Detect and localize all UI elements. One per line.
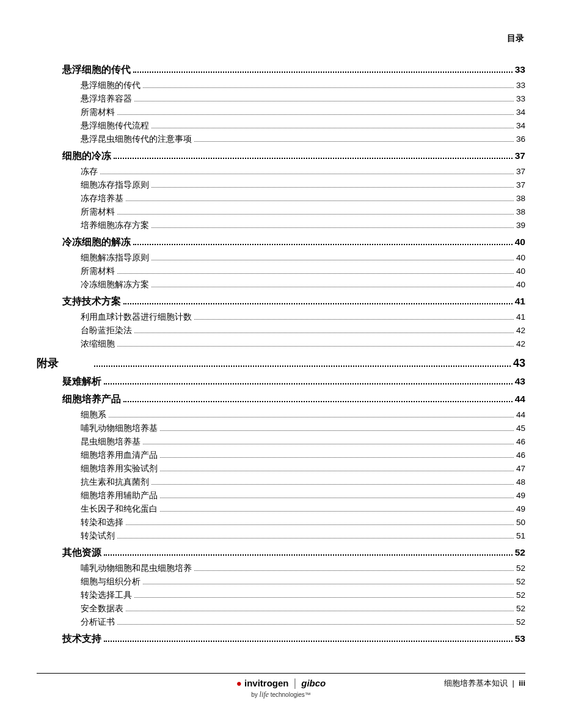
toc-entry-label: 细胞培养用辅助产品 [81,490,158,501]
toc-entry-page: 37 [516,180,525,189]
toc-entry: 分析证书52 [81,617,525,628]
toc-entry: 细胞冻存指导原则37 [81,180,525,191]
toc-leader-dots [151,123,514,128]
toc-entry-page: 52 [516,564,525,573]
toc-entry-label: 培养细胞冻存方案 [81,220,149,231]
toc-entry-label: 细胞系 [81,410,106,421]
toc-entry: 培养细胞冻存方案39 [81,220,525,231]
toc-entry-label: 附录 [37,356,92,370]
toc-entry-page: 40 [516,280,525,289]
toc-entry-page: 40 [516,267,525,276]
toc-entry-page: 41 [515,296,525,307]
toc-entry-page: 52 [516,590,525,600]
toc-entry: 其他资源52 [62,546,525,559]
toc-entry: 转染选择工具52 [81,590,525,601]
toc-leader-dots [126,606,514,611]
toc-leader-dots [143,579,514,584]
toc-entry-page: 41 [516,312,525,322]
toc-leader-dots [194,314,514,320]
toc-leader-dots [151,479,514,485]
header-section-label: 目录 [37,33,525,44]
toc-leader-dots [160,506,514,512]
toc-entry-page: 51 [516,531,525,540]
toc-leader-dots [160,466,514,471]
toc-leader-dots [117,209,514,215]
toc-entry: 疑难解析43 [62,375,525,388]
toc-entry-page: 34 [516,108,525,117]
toc-entry-label: 转染选择工具 [81,590,132,601]
toc-entry-label: 哺乳动物细胞和昆虫细胞培养 [81,563,192,574]
toc-entry-page: 45 [516,424,525,433]
toc-entry: 支持技术方案41 [62,295,525,308]
table-of-contents: 悬浮细胞的传代33悬浮细胞的传代33悬浮培养容器33所需材料34悬浮细胞传代流程… [62,64,525,645]
toc-entry: 利用血球计数器进行细胞计数41 [81,312,525,323]
footer-page-info: 细胞培养基本知识 | iii [444,677,525,688]
toc-entry: 冷冻细胞解冻方案40 [81,279,525,290]
toc-entry-page: 38 [516,194,525,203]
toc-leader-dots [117,268,514,274]
toc-entry-page: 40 [515,237,525,248]
toc-entry-label: 细胞解冻指导原则 [81,252,149,263]
toc-leader-dots [94,359,511,367]
toc-leader-dots [194,136,514,142]
toc-leader-dots [133,238,513,245]
toc-entry: 细胞培养用实验试剂47 [81,463,525,474]
toc-entry-label: 其他资源 [62,546,101,559]
toc-leader-dots [117,619,514,625]
toc-entry-label: 台盼蓝拒染法 [81,325,132,336]
toc-entry-page: 33 [515,64,525,75]
toc-leader-dots [143,83,514,88]
toc-entry: 细胞系44 [81,410,525,421]
toc-entry-label: 细胞与组织分析 [81,576,140,587]
brand-gibco: gibco [301,678,326,689]
toc-entry: 生长因子和纯化蛋白49 [81,504,525,515]
toc-entry: 细胞的冷冻37 [62,150,525,163]
toc-leader-dots [134,328,514,333]
toc-entry: 所需材料34 [81,107,525,118]
toc-entry: 转染和选择50 [81,517,525,528]
toc-entry-page: 36 [516,134,525,144]
toc-leader-dots [123,395,513,402]
toc-entry-page: 44 [516,410,525,419]
toc-entry-page: 50 [516,518,525,527]
toc-entry-page: 42 [516,326,525,335]
toc-entry-label: 抗生素和抗真菌剂 [81,477,149,488]
toc-entry-page: 49 [516,491,525,500]
toc-leader-dots [109,412,514,417]
toc-entry: 细胞培养用血清产品46 [81,450,525,461]
toc-entry-label: 利用血球计数器进行细胞计数 [81,312,192,323]
toc-entry-page: 43 [515,376,525,387]
footer-divider [37,673,525,674]
toc-entry-page: 40 [516,253,525,262]
toc-entry-label: 哺乳动物细胞培养基 [81,423,158,434]
toc-entry: 所需材料40 [81,266,525,277]
toc-entry: 冻存37 [81,166,525,177]
toc-entry-label: 悬浮细胞的传代 [81,80,140,91]
toc-entry-label: 转染和选择 [81,517,123,528]
toc-entry-label: 悬浮细胞传代流程 [81,120,149,131]
toc-entry: 哺乳动物细胞培养基45 [81,423,525,434]
toc-entry: 悬浮细胞传代流程34 [81,120,525,131]
toc-entry-page: 46 [516,450,525,460]
toc-entry-label: 疑难解析 [62,375,101,388]
toc-leader-dots [104,549,513,556]
toc-entry-page: 34 [516,121,525,130]
toc-entry-label: 所需材料 [81,107,115,118]
toc-entry-page: 33 [516,94,525,103]
toc-entry-label: 细胞冻存指导原则 [81,180,149,191]
toc-entry-page: 52 [515,547,525,558]
toc-entry-label: 细胞的冷冻 [62,150,111,163]
toc-entry-page: 33 [516,81,525,90]
toc-leader-dots [123,298,513,304]
toc-entry: 附录43 [37,356,525,370]
toc-entry-page: 48 [516,477,525,487]
toc-leader-dots [133,66,513,73]
toc-entry-label: 生长因子和纯化蛋白 [81,504,158,515]
toc-entry: 细胞培养用辅助产品49 [81,490,525,501]
toc-entry-page: 42 [516,339,525,348]
toc-entry-label: 安全数据表 [81,603,123,614]
toc-entry-page: 52 [516,604,525,613]
toc-leader-dots [114,152,513,159]
toc-entry-label: 转染试剂 [81,531,115,542]
brand-separator: | [294,677,297,689]
